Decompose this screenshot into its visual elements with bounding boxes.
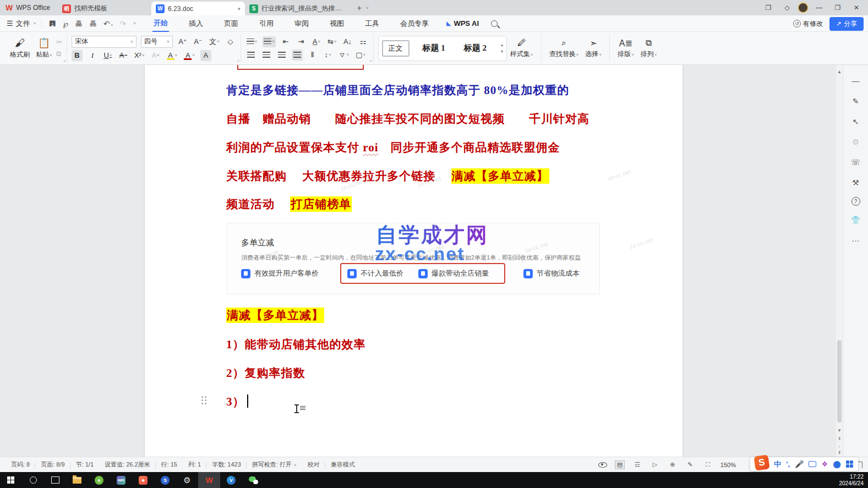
align-left-button[interactable] <box>245 50 256 61</box>
properties-sliders-icon[interactable]: ⚙ <box>850 136 862 148</box>
status-spellcheck[interactable]: 拼写检查: 打开 ˅ <box>247 460 302 469</box>
settings-button[interactable]: ⚙ <box>176 472 198 488</box>
tab-tools[interactable]: 工具 <box>364 16 380 31</box>
status-compat-mode[interactable]: 兼容模式 <box>325 460 361 469</box>
style-normal[interactable]: 正文 <box>382 40 410 57</box>
ime-punctuation-icon[interactable]: ’, <box>786 460 790 468</box>
paragraph-drag-handle[interactable] <box>201 396 209 406</box>
fullscreen-view-icon[interactable]: ⛶ <box>703 460 713 469</box>
vertical-scrollbar[interactable]: ▲ ▼ ⇞ ▫ ⇟ <box>836 65 843 457</box>
repair-tools-icon[interactable]: ⚒ <box>850 177 862 189</box>
ime-chinese-mode-icon[interactable]: 中 <box>774 459 781 469</box>
tab-docer-template[interactable]: 稻 找稻壳模板 <box>58 2 151 15</box>
eye-protection-icon[interactable] <box>598 462 607 468</box>
superscript-button[interactable]: X²˅ <box>133 50 146 61</box>
text-direction-button[interactable]: ⇆˅ <box>326 36 338 47</box>
align-center-button[interactable] <box>261 50 272 61</box>
page-view-icon[interactable]: ▤ <box>615 460 625 469</box>
style-heading1[interactable]: 标题 1 <box>417 41 451 56</box>
share-button[interactable]: ↗ 分享 <box>829 17 864 31</box>
status-setting[interactable]: 设置值: 26.2厘米 <box>99 460 156 469</box>
help-icon[interactable]: ? <box>851 197 860 206</box>
scrollbar-thumb[interactable] <box>837 340 842 423</box>
tab-home[interactable]: 开始 <box>152 15 169 32</box>
app-360-button[interactable]: e <box>88 472 110 488</box>
font-size-combo[interactable]: 四号 ˅ <box>141 36 173 48</box>
underline-button[interactable]: U˅ <box>102 50 113 61</box>
app-v-button[interactable]: V <box>220 472 242 488</box>
border-button[interactable]: ▢˅ <box>354 50 367 61</box>
strikethrough-button[interactable]: A˅ <box>118 50 129 61</box>
close-button[interactable]: ✕ <box>848 1 865 14</box>
increase-indent-button[interactable]: ⇥ <box>296 36 307 47</box>
scroll-down-icon[interactable]: ▼ <box>836 428 843 433</box>
workspace-icon[interactable]: ◇ <box>779 1 795 14</box>
tab-spreadsheet[interactable]: S 行业搜索词_搜品类_热搜榜_智能家 <box>245 2 350 15</box>
select-cursor-icon[interactable]: ↖ <box>850 116 862 128</box>
sort-button[interactable]: A↓ <box>342 36 353 47</box>
tab-document-active[interactable]: W 6.23.doc • <box>151 2 245 15</box>
wechat-button[interactable] <box>242 472 264 488</box>
highlight-color-button[interactable]: A˅ <box>166 50 179 61</box>
app-iam-button[interactable]: iam <box>110 472 132 488</box>
print-preview-icon[interactable]: 🖷 <box>89 19 97 28</box>
select-browse-object-icon[interactable]: ▫ <box>836 444 843 449</box>
copy-icon[interactable]: ⧉ <box>56 50 62 58</box>
web-layout-icon[interactable]: ⊕ <box>668 460 678 469</box>
ime-panda-icon[interactable]: ⬤ <box>833 460 841 468</box>
find-replace-button[interactable]: ⌕ 查找替换˅ <box>546 38 582 59</box>
redo-icon[interactable]: ↷ <box>120 19 127 28</box>
paste-button[interactable]: 📋 粘贴˅ <box>32 37 56 59</box>
group-expand-icon[interactable]: ⌟ <box>237 57 239 62</box>
file-menu-button[interactable]: ☰ 文件 ˅ <box>0 19 41 29</box>
microphone-icon[interactable]: 🎤 <box>795 460 804 468</box>
tab-reference[interactable]: 引用 <box>258 16 275 31</box>
bold-button[interactable]: B <box>72 50 83 61</box>
decrease-font-button[interactable]: A⁻ <box>193 36 204 47</box>
tab-layout-icon[interactable]: ❐ <box>760 1 777 14</box>
format-painter-button[interactable]: 🖌 格式刷 <box>8 37 32 59</box>
customize-toolbar-chevron-icon[interactable]: ˅ <box>133 21 136 26</box>
undo-icon[interactable]: ↶˅ <box>103 19 113 28</box>
start-button[interactable] <box>0 472 22 488</box>
group-expand-icon[interactable]: ⌟ <box>369 57 372 62</box>
shading-fill-button[interactable]: 🜄˅ <box>338 50 351 61</box>
italic-button[interactable]: I <box>87 50 98 61</box>
distribute-button[interactable]: ⦀ <box>307 50 318 61</box>
restore-button[interactable]: ❐ <box>829 1 846 14</box>
embedded-image-douyin-promo[interactable]: 多单立减 消费者单日购买第一单后，一定时间内，在同地址下第二单可享受立减优惠，消… <box>227 223 600 294</box>
user-avatar[interactable] <box>798 2 809 13</box>
next-page-icon[interactable]: ⇟ <box>836 450 843 455</box>
font-name-combo[interactable]: 宋体 ˅ <box>72 36 137 48</box>
status-page-code[interactable]: 页码: 8 <box>6 460 35 469</box>
style-gallery-arrows[interactable]: ▴ ▾ <box>500 42 503 54</box>
tab-review[interactable]: 审阅 <box>293 16 310 31</box>
ink-mode-icon[interactable]: ✎ <box>685 460 695 469</box>
clear-format-button[interactable]: ◇ <box>225 36 236 47</box>
character-scale-button[interactable]: A̲˅ <box>311 36 322 47</box>
status-section[interactable]: 节: 1/1 <box>70 460 99 469</box>
virtual-keyboard-icon[interactable] <box>809 461 816 467</box>
tab-page[interactable]: 页面 <box>223 16 239 31</box>
document-page-8[interactable]: 肯定是多链接——店铺里面全店动销率指数高于 80%是加权重的 自播 赠品动销 随… <box>145 65 683 457</box>
modified-status[interactable]: ↺ 有修改 <box>793 19 823 29</box>
increase-font-button[interactable]: A⁺ <box>177 36 188 47</box>
save-icon[interactable]: 🖪 <box>48 19 56 28</box>
outline-view-icon[interactable]: ☲ <box>632 460 642 469</box>
tab-insert[interactable]: 插入 <box>188 16 204 31</box>
tab-view[interactable]: 视图 <box>329 16 345 31</box>
font-color-button[interactable]: A˅ <box>183 50 196 61</box>
show-marks-button[interactable]: ⚏ <box>358 36 369 47</box>
group-expand-icon[interactable]: ⌟ <box>63 57 65 62</box>
ime-toolbox-icon[interactable] <box>846 460 853 468</box>
hide-sidebar-icon[interactable]: — <box>850 75 862 87</box>
style-heading2[interactable]: 标题 2 <box>458 41 492 56</box>
status-line[interactable]: 行: 15 <box>156 460 183 469</box>
status-proofread[interactable]: 校对 <box>302 460 325 469</box>
status-word-count[interactable]: 字数: 1423 <box>206 460 247 469</box>
align-right-button[interactable] <box>276 50 287 61</box>
select-button[interactable]: ➣ 选择˅ <box>582 38 605 59</box>
ink-pen-icon[interactable]: ✎ <box>850 95 862 107</box>
document-area[interactable]: 肯定是多链接——店铺里面全店动销率指数高于 80%是加权重的 自播 赠品动销 随… <box>0 65 842 457</box>
style-set-button[interactable]: 🖉 样式集˅ <box>507 38 537 59</box>
